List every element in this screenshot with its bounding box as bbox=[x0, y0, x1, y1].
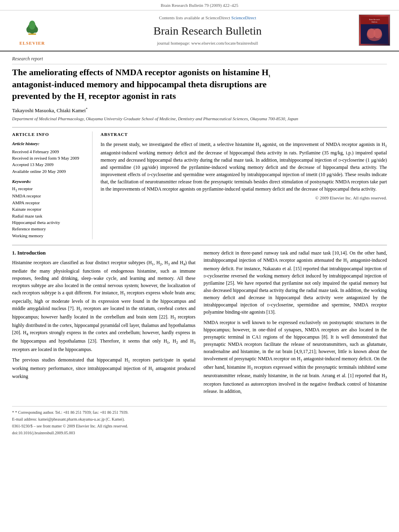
article-footer: * * Corresponding author. Tel.: +81 86 2… bbox=[12, 406, 387, 436]
received-date: Received 4 February 2009 bbox=[12, 149, 86, 155]
journal-cover-image: Brain Research Bulletin bbox=[359, 14, 390, 46]
journal-title: Brain Research Bulletin bbox=[60, 23, 355, 39]
keyword-5: Radial maze task bbox=[12, 213, 86, 219]
email-note: E-mail address: kamei@pheasant.pharm.oka… bbox=[12, 417, 387, 422]
star-symbol: * bbox=[12, 410, 15, 415]
intro-paragraph-2: The previous studies demonstrated that h… bbox=[12, 356, 195, 380]
elsevier-tree-icon bbox=[22, 19, 42, 35]
keywords-block: Keywords: H1 receptor NMDA receptor AMPA… bbox=[12, 179, 86, 239]
issn-line: 0361-9230/$ – see front matter © 2009 El… bbox=[12, 423, 387, 429]
body-left-column: 1. Introduction Histamine receptors are … bbox=[12, 249, 195, 398]
keyword-8: Working memory bbox=[12, 233, 86, 239]
keywords-label: Keywords: bbox=[12, 179, 86, 185]
email-text: E-mail address: kamei@pheasant.pharm.oka… bbox=[12, 417, 125, 421]
journal-title-area: Contents lists available at ScienceDirec… bbox=[60, 15, 355, 46]
article-title: The ameliorating effects of NMDA recepto… bbox=[12, 67, 387, 103]
article-type: Research report bbox=[12, 55, 387, 64]
keyword-4: Kainate receptor bbox=[12, 206, 86, 212]
svg-text:Brain Research: Brain Research bbox=[369, 18, 380, 21]
article-info-column: ARTICLE INFO Article history: Received 4… bbox=[12, 131, 93, 239]
available-date: Available online 20 May 2009 bbox=[12, 168, 86, 175]
article-info-heading: ARTICLE INFO bbox=[12, 131, 86, 138]
section-title-text: Introduction bbox=[17, 250, 46, 256]
keyword-1: H1 receptor bbox=[12, 186, 86, 193]
svg-point-11 bbox=[373, 29, 382, 38]
journal-cover-area: Brain Research Bulletin bbox=[359, 14, 391, 47]
intro-paragraph-1: Histamine receptors are classified as fo… bbox=[12, 259, 195, 353]
article-info-abstract-section: ARTICLE INFO Article history: Received 4… bbox=[12, 127, 387, 239]
section-num: 1. bbox=[12, 250, 16, 256]
copyright-line: © 2009 Elsevier Inc. All rights reserved… bbox=[101, 195, 387, 201]
journal-citation: Brain Research Bulletin 79 (2009) 422–42… bbox=[161, 3, 239, 8]
publisher-logo-area: ELSEVIER bbox=[8, 15, 56, 46]
accepted-date: Accepted 13 May 2009 bbox=[12, 162, 86, 168]
corresponding-author-note: * * Corresponding author. Tel.: +81 86 2… bbox=[12, 410, 387, 415]
keyword-3: AMPA receptor bbox=[12, 200, 86, 206]
right-paragraph-1: memory deficit in three-panel runway tas… bbox=[204, 249, 387, 316]
affiliation: Department of Medicinal Pharmacology, Ok… bbox=[12, 116, 387, 122]
keyword-6: Hippocampal theta activity bbox=[12, 220, 86, 226]
keyword-2: NMDA receptor bbox=[12, 193, 86, 199]
keyword-7: Reference memory bbox=[12, 226, 86, 232]
doi-line: doi:10.1016/j.brainresbull.2009.05.003 bbox=[12, 430, 387, 436]
title-sub-1: 1 bbox=[269, 74, 271, 78]
abstract-heading: ABSTRACT bbox=[101, 131, 387, 138]
page-wrapper: Brain Research Bulletin 79 (2009) 422–42… bbox=[0, 0, 399, 445]
body-right-column: memory deficit in three-panel runway tas… bbox=[204, 249, 387, 398]
right-paragraph-2: NMDA receptor is well known to be expres… bbox=[204, 319, 387, 395]
author-names: Takayoshi Masuoka, Chiaki Kamei bbox=[12, 107, 86, 113]
abstract-column: ABSTRACT In the present study, we invest… bbox=[101, 131, 387, 239]
corresponding-author-text: * Corresponding author. Tel.: +81 86 251… bbox=[15, 410, 129, 415]
elsevier-logo bbox=[14, 15, 50, 39]
sciencedirect-anchor[interactable]: ScienceDirect bbox=[231, 15, 256, 20]
article-history-block: Article history: Received 4 February 200… bbox=[12, 141, 86, 175]
title-text-2: antagonist-induced memory and hippocampa… bbox=[12, 79, 267, 89]
intro-section-title: 1. Introduction bbox=[12, 249, 195, 257]
svg-point-4 bbox=[29, 21, 35, 29]
content-area: Research report The ameliorating effects… bbox=[0, 51, 399, 445]
main-body: 1. Introduction Histamine receptors are … bbox=[12, 245, 387, 398]
journal-homepage: journal homepage: www.elsevier.com/locat… bbox=[60, 40, 355, 46]
title-text-1: The ameliorating effects of NMDA recepto… bbox=[12, 67, 269, 77]
journal-citation-bar: Brain Research Bulletin 79 (2009) 422–42… bbox=[0, 0, 399, 10]
journal-header: ELSEVIER Contents lists available at Sci… bbox=[0, 10, 399, 51]
corresponding-star: * bbox=[86, 107, 88, 111]
abstract-text: In the present study, we investigated th… bbox=[101, 141, 387, 193]
cover-art-icon: Brain Research Bulletin bbox=[359, 16, 390, 44]
elsevier-text: ELSEVIER bbox=[19, 40, 45, 46]
received-revised-date: Received in revised form 9 May 2009 bbox=[12, 155, 86, 161]
title-text-3-end: receptor agonist in rats bbox=[86, 91, 176, 101]
authors: Takayoshi Masuoka, Chiaki Kamei* bbox=[12, 107, 387, 115]
title-text-3: prevented by the H bbox=[12, 91, 84, 101]
svg-text:Bulletin: Bulletin bbox=[372, 21, 378, 23]
sciencedirect-link[interactable]: Contents lists available at ScienceDirec… bbox=[60, 15, 355, 21]
history-label: Article history: bbox=[12, 141, 86, 147]
